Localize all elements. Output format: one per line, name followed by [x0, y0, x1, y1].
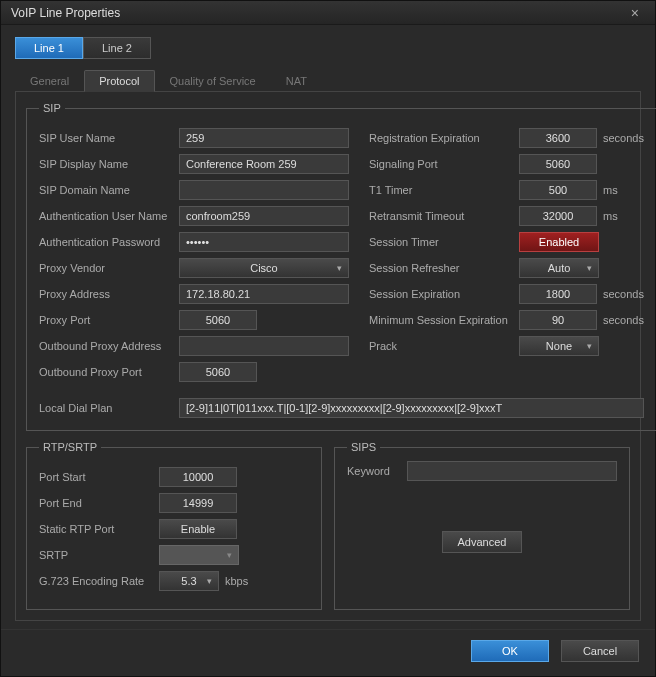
label-auth-pass: Authentication Password — [39, 236, 179, 248]
close-icon[interactable]: × — [625, 3, 645, 23]
dial-plan-input[interactable] — [179, 398, 644, 418]
label-session-timer: Session Timer — [369, 236, 519, 248]
protocol-panel: SIP SIP User Name SIP Display Name SIP D… — [15, 92, 641, 621]
prack-select[interactable]: None — [519, 336, 599, 356]
unit-ms-2: ms — [603, 210, 618, 222]
label-session-refresher: Session Refresher — [369, 262, 519, 274]
tab-general[interactable]: General — [15, 70, 84, 92]
srtp-select[interactable] — [159, 545, 239, 565]
prack-value: None — [546, 340, 572, 352]
port-start-input[interactable] — [159, 467, 237, 487]
tab-qos[interactable]: Quality of Service — [155, 70, 271, 92]
sips-legend: SIPS — [347, 441, 380, 453]
session-timer-button[interactable]: Enabled — [519, 232, 599, 252]
sip-user-name-input[interactable] — [179, 128, 349, 148]
label-port-end: Port End — [39, 497, 159, 509]
proxy-vendor-select[interactable]: Cisco — [179, 258, 349, 278]
label-proxy-addr: Proxy Address — [39, 288, 179, 300]
sips-group: SIPS Keyword Advanced — [334, 441, 630, 610]
titlebar: VoIP Line Properties × — [1, 1, 655, 25]
proxy-vendor-value: Cisco — [250, 262, 278, 274]
footer: OK Cancel — [1, 629, 655, 676]
retransmit-input[interactable] — [519, 206, 597, 226]
sip-group: SIP SIP User Name SIP Display Name SIP D… — [26, 102, 656, 431]
label-port-start: Port Start — [39, 471, 159, 483]
advanced-button[interactable]: Advanced — [442, 531, 522, 553]
label-keyword: Keyword — [347, 465, 407, 477]
tab-protocol[interactable]: Protocol — [84, 70, 154, 92]
voip-properties-window: VoIP Line Properties × Line 1 Line 2 Gen… — [0, 0, 656, 677]
tab-nat[interactable]: NAT — [271, 70, 322, 92]
unit-seconds-1: seconds — [603, 132, 644, 144]
outbound-addr-input[interactable] — [179, 336, 349, 356]
label-srtp: SRTP — [39, 549, 159, 561]
label-static-rtp: Static RTP Port — [39, 523, 159, 535]
rtp-legend: RTP/SRTP — [39, 441, 101, 453]
label-sip-display: SIP Display Name — [39, 158, 179, 170]
port-end-input[interactable] — [159, 493, 237, 513]
min-session-input[interactable] — [519, 310, 597, 330]
label-proxy-port: Proxy Port — [39, 314, 179, 326]
line-tabs: Line 1 Line 2 — [15, 37, 641, 59]
unit-seconds-3: seconds — [603, 314, 644, 326]
keyword-input[interactable] — [407, 461, 617, 481]
label-outbound-addr: Outbound Proxy Address — [39, 340, 179, 352]
proxy-addr-input[interactable] — [179, 284, 349, 304]
auth-pass-input[interactable] — [179, 232, 349, 252]
g723-value: 5.3 — [181, 575, 196, 587]
label-dial-plan: Local Dial Plan — [39, 402, 179, 414]
sig-port-input[interactable] — [519, 154, 597, 174]
label-g723: G.723 Encoding Rate — [39, 575, 159, 587]
ok-button[interactable]: OK — [471, 640, 549, 662]
window-title: VoIP Line Properties — [11, 6, 625, 20]
cancel-button[interactable]: Cancel — [561, 640, 639, 662]
label-session-exp: Session Expiration — [369, 288, 519, 300]
sip-legend: SIP — [39, 102, 65, 114]
label-proxy-vendor: Proxy Vendor — [39, 262, 179, 274]
outbound-port-input[interactable] — [179, 362, 257, 382]
t1-input[interactable] — [519, 180, 597, 200]
reg-exp-input[interactable] — [519, 128, 597, 148]
sub-tabs: General Protocol Quality of Service NAT — [15, 69, 641, 92]
static-rtp-button[interactable]: Enable — [159, 519, 237, 539]
auth-user-input[interactable] — [179, 206, 349, 226]
unit-kbps: kbps — [225, 575, 248, 587]
label-sip-user: SIP User Name — [39, 132, 179, 144]
unit-ms-1: ms — [603, 184, 618, 196]
static-rtp-value: Enable — [181, 523, 215, 535]
label-sig-port: Signaling Port — [369, 158, 519, 170]
advanced-label: Advanced — [458, 536, 507, 548]
proxy-port-input[interactable] — [179, 310, 257, 330]
rtp-group: RTP/SRTP Port Start Port End Static RTP … — [26, 441, 322, 610]
tab-line-2[interactable]: Line 2 — [83, 37, 151, 59]
unit-seconds-2: seconds — [603, 288, 644, 300]
content-area: Line 1 Line 2 General Protocol Quality o… — [1, 25, 655, 629]
tab-line-1[interactable]: Line 1 — [15, 37, 83, 59]
label-outbound-port: Outbound Proxy Port — [39, 366, 179, 378]
label-t1: T1 Timer — [369, 184, 519, 196]
session-timer-value: Enabled — [539, 236, 579, 248]
sip-domain-name-input[interactable] — [179, 180, 349, 200]
g723-select[interactable]: 5.3 — [159, 571, 219, 591]
session-exp-input[interactable] — [519, 284, 597, 304]
label-min-session: Minimum Session Expiration — [369, 314, 519, 326]
label-reg-exp: Registration Expiration — [369, 132, 519, 144]
label-sip-domain: SIP Domain Name — [39, 184, 179, 196]
sip-display-name-input[interactable] — [179, 154, 349, 174]
label-auth-user: Authentication User Name — [39, 210, 179, 222]
session-refresher-value: Auto — [548, 262, 571, 274]
label-retransmit: Retransmit Timeout — [369, 210, 519, 222]
label-prack: Prack — [369, 340, 519, 352]
session-refresher-select[interactable]: Auto — [519, 258, 599, 278]
